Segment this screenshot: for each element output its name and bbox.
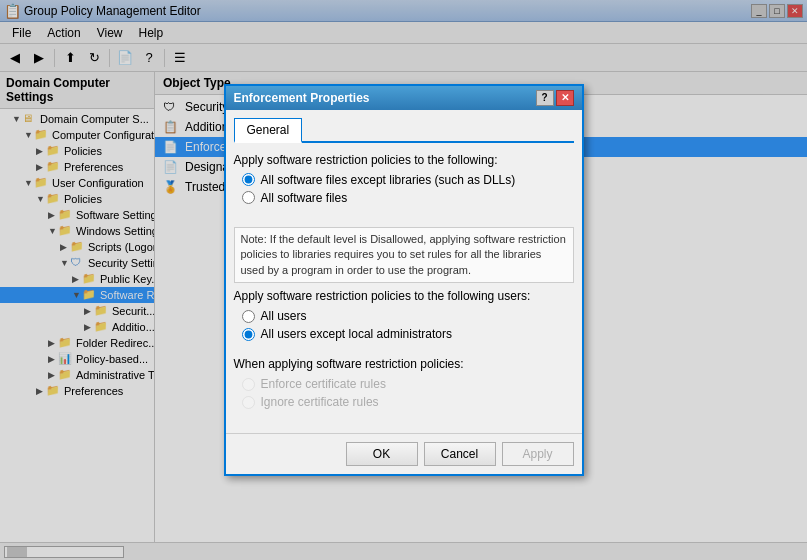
radio-all-users[interactable]: [242, 310, 255, 323]
modal-title-controls: ? ✕: [536, 90, 574, 106]
tab-bar: General: [234, 118, 574, 143]
enforcement-properties-dialog: Enforcement Properties ? ✕ General Apply…: [224, 84, 584, 476]
section3-label: When applying software restriction polic…: [234, 357, 574, 371]
radio-option-6: Ignore certificate rules: [234, 395, 574, 409]
note-text: Note: If the default level is Disallowed…: [234, 227, 574, 283]
modal-body: General Apply software restriction polic…: [226, 110, 582, 433]
ok-button[interactable]: OK: [346, 442, 418, 466]
form-section-2: Apply software restriction policies to t…: [234, 289, 574, 345]
form-section-1: Apply software restriction policies to t…: [234, 153, 574, 209]
section1-label: Apply software restriction policies to t…: [234, 153, 574, 167]
radio-enforce-cert: [242, 378, 255, 391]
radio-label-2: All software files: [261, 191, 348, 205]
modal-help-button[interactable]: ?: [536, 90, 554, 106]
cancel-button[interactable]: Cancel: [424, 442, 496, 466]
tab-general[interactable]: General: [234, 118, 303, 143]
radio-ignore-cert: [242, 396, 255, 409]
radio-all-except-admins[interactable]: [242, 328, 255, 341]
radio-option-1: All software files except libraries (suc…: [234, 173, 574, 187]
radio-option-3: All users: [234, 309, 574, 323]
section2-label: Apply software restriction policies to t…: [234, 289, 574, 303]
modal-title-bar: Enforcement Properties ? ✕: [226, 86, 582, 110]
radio-label-1: All software files except libraries (suc…: [261, 173, 516, 187]
radio-option-5: Enforce certificate rules: [234, 377, 574, 391]
modal-footer: OK Cancel Apply: [226, 433, 582, 474]
radio-label-6: Ignore certificate rules: [261, 395, 379, 409]
modal-overlay: Enforcement Properties ? ✕ General Apply…: [0, 0, 807, 560]
radio-label-4: All users except local administrators: [261, 327, 452, 341]
radio-label-3: All users: [261, 309, 307, 323]
radio-label-5: Enforce certificate rules: [261, 377, 386, 391]
form-section-3: When applying software restriction polic…: [234, 357, 574, 413]
radio-option-4: All users except local administrators: [234, 327, 574, 341]
modal-title: Enforcement Properties: [234, 91, 370, 105]
modal-close-button[interactable]: ✕: [556, 90, 574, 106]
radio-all-software[interactable]: [242, 191, 255, 204]
radio-option-2: All software files: [234, 191, 574, 205]
radio-all-except-libs[interactable]: [242, 173, 255, 186]
apply-button[interactable]: Apply: [502, 442, 574, 466]
